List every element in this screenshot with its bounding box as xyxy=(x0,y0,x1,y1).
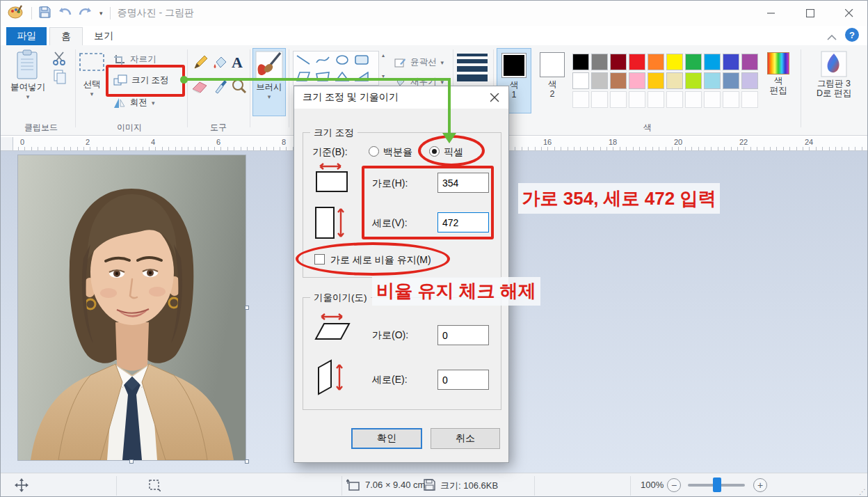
size-button[interactable] xyxy=(457,54,488,84)
curve-shape-icon[interactable] xyxy=(316,55,330,65)
palette-swatch[interactable] xyxy=(629,91,645,108)
palette-swatch[interactable] xyxy=(648,54,664,70)
palette-swatch[interactable] xyxy=(666,72,683,89)
undo-button[interactable] xyxy=(58,6,72,20)
skew-h-input[interactable] xyxy=(437,325,489,345)
divider xyxy=(31,7,32,19)
collapse-ribbon-icon[interactable] xyxy=(827,31,837,44)
tab-file[interactable]: 파일 xyxy=(6,27,47,45)
edit-colors-label: 색 편집 xyxy=(770,76,787,95)
minimize-button[interactable] xyxy=(752,1,791,26)
group-separator xyxy=(250,49,250,127)
status-divider xyxy=(534,476,535,496)
palette-swatch[interactable] xyxy=(685,91,702,108)
palette-swatch[interactable] xyxy=(685,54,702,70)
ok-button[interactable]: 확인 xyxy=(351,428,422,449)
palette-swatch[interactable] xyxy=(572,72,589,89)
palette-swatch[interactable] xyxy=(704,72,721,89)
select-rectangle-icon xyxy=(79,52,105,72)
maximize-button[interactable] xyxy=(791,1,830,26)
canvas-photo[interactable] xyxy=(18,155,246,460)
canvas-resize-handle-right[interactable] xyxy=(245,306,249,310)
palette-swatch[interactable] xyxy=(610,91,627,108)
edit-colors-button[interactable]: 색 편집 xyxy=(763,52,794,95)
palette-swatch[interactable] xyxy=(685,72,702,89)
qat-customize-button[interactable]: ▾ xyxy=(99,11,103,15)
rounded-rect-shape-icon[interactable] xyxy=(355,55,369,65)
palette-swatch[interactable] xyxy=(704,54,721,70)
palette-swatch[interactable] xyxy=(666,91,683,108)
outline-button[interactable]: 윤곽선 ▾ xyxy=(394,56,444,68)
brushes-button[interactable]: 브러시 ▾ xyxy=(252,48,286,116)
canvas-resize-handle-bottom[interactable] xyxy=(129,459,134,464)
outline-icon xyxy=(394,57,406,68)
palette-swatch[interactable] xyxy=(610,72,627,89)
palette-swatch[interactable] xyxy=(572,91,589,108)
palette-swatch[interactable] xyxy=(741,54,758,70)
zoom-out-button[interactable]: − xyxy=(667,478,681,492)
dialog-close-button[interactable] xyxy=(485,89,504,106)
group-separator xyxy=(187,49,188,127)
percent-radio[interactable] xyxy=(369,146,379,157)
fill-tool-button[interactable] xyxy=(212,55,229,73)
palette-swatch[interactable] xyxy=(648,72,664,89)
canvas-resize-handle-corner[interactable] xyxy=(245,459,249,464)
palette-swatch[interactable] xyxy=(723,91,739,108)
palette-swatch[interactable] xyxy=(572,54,589,70)
palette-swatch[interactable] xyxy=(704,91,721,108)
palette-swatch[interactable] xyxy=(723,54,739,70)
crop-icon xyxy=(113,54,126,65)
file-size-text: 크기: 106.6KB xyxy=(440,480,498,492)
line-shape-icon[interactable] xyxy=(296,55,310,65)
oval-shape-icon[interactable] xyxy=(335,55,349,65)
help-icon[interactable]: ? xyxy=(845,28,859,42)
shapes-scroll-up-icon[interactable]: ▴ xyxy=(382,52,385,58)
copy-button[interactable] xyxy=(52,69,67,87)
select-button[interactable]: 선택 ▾ xyxy=(79,52,105,96)
color2-button[interactable]: 색 2 xyxy=(535,48,570,113)
zoom-slider-thumb[interactable] xyxy=(713,478,721,492)
palette-swatch[interactable] xyxy=(591,54,608,70)
palette-swatch[interactable] xyxy=(591,72,608,89)
percent-label[interactable]: 백분율 xyxy=(383,146,412,159)
close-button[interactable] xyxy=(830,1,868,26)
brushes-caret-icon: ▾ xyxy=(268,95,271,99)
dialog-title-bar[interactable]: 크기 조정 및 기울이기 xyxy=(294,86,508,109)
palette-swatch[interactable] xyxy=(648,91,664,108)
magnifier-tool-button[interactable] xyxy=(232,79,247,97)
dialog-title: 크기 조정 및 기울이기 xyxy=(303,91,399,104)
resize-grip[interactable]: ⋰ xyxy=(859,488,866,496)
eyedropper-tool-button[interactable] xyxy=(214,79,227,97)
cancel-button[interactable]: 취소 xyxy=(431,428,500,449)
redo-button[interactable] xyxy=(79,6,93,20)
paint3d-label: 그림판 3 D로 편집 xyxy=(817,79,851,98)
select-caret-icon: ▾ xyxy=(90,92,94,96)
palette-swatch[interactable] xyxy=(723,72,739,89)
tab-view[interactable]: 보기 xyxy=(86,27,122,45)
rotate-button[interactable]: 회전 ▾ xyxy=(113,97,155,109)
h-ruler-number: 4 xyxy=(151,138,155,146)
palette-swatch[interactable] xyxy=(629,54,645,70)
pencil-tool-button[interactable] xyxy=(193,55,208,73)
eraser-tool-button[interactable] xyxy=(191,80,208,97)
text-tool-button[interactable]: A xyxy=(232,54,243,72)
selection-size-icon xyxy=(148,479,161,494)
paint3d-button[interactable]: 그림판 3 D로 편집 xyxy=(807,51,860,98)
palette-swatch[interactable] xyxy=(610,54,627,70)
rainbow-icon xyxy=(767,52,789,74)
tab-home[interactable]: 홈 xyxy=(49,27,83,45)
paste-button[interactable]: 붙여넣기 ▾ xyxy=(10,49,45,99)
h-ruler-number: 2 xyxy=(86,138,90,146)
skew-v-input[interactable] xyxy=(437,370,489,390)
palette-swatch[interactable] xyxy=(666,54,683,70)
status-divider xyxy=(116,476,117,496)
zoom-in-button[interactable]: + xyxy=(753,478,767,492)
crop-button[interactable]: 자르기 xyxy=(113,54,156,65)
palette-swatch[interactable] xyxy=(629,72,645,89)
palette-swatch[interactable] xyxy=(741,72,758,89)
cut-button[interactable] xyxy=(52,51,67,69)
palette-swatch[interactable] xyxy=(741,91,758,108)
save-button[interactable] xyxy=(39,6,51,21)
divider xyxy=(110,7,111,19)
palette-swatch[interactable] xyxy=(591,91,608,108)
